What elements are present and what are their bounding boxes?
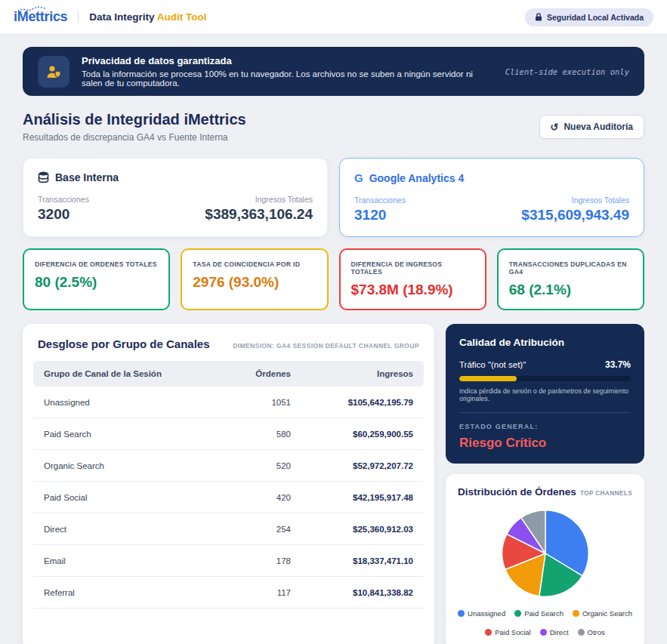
transactions-label: Transacciones	[354, 196, 406, 205]
legend-dot	[578, 629, 585, 636]
internal-source-name: Base Interna	[55, 171, 119, 183]
pie-title: Distribución de Órdenes	[458, 486, 576, 498]
cell-channel: Paid Search	[33, 418, 220, 450]
ga4-source-name: Google Analytics 4	[369, 172, 465, 184]
orders-distribution-card: Distribución de Órdenes TOP CHANNELS Una…	[446, 474, 644, 644]
legend-label: Otros	[588, 628, 605, 636]
table-row: Referral117$10,841,338.82	[33, 577, 424, 609]
pie-chart-wrap	[458, 507, 632, 600]
legend-item: Unassigned	[458, 609, 505, 618]
pie-legend: UnassignedPaid SearchOrganic SearchPaid …	[458, 609, 632, 636]
internal-revenue: Ingresos Totales $389,363,106.24	[205, 195, 313, 223]
internal-metrics: Transacciones 3200 Ingresos Totales $389…	[38, 195, 313, 223]
table-row: Paid Social420$42,195,917.48	[33, 482, 424, 513]
kpi-revenue-difference: DIFERENCIA DE INGRESOS TOTALES $73.8M (1…	[339, 248, 486, 310]
user-shield-icon	[45, 63, 63, 81]
kpi-value: 80 (2.5%)	[35, 274, 158, 291]
legend-dot	[485, 629, 492, 636]
cell-channel: Organic Search	[33, 450, 220, 482]
privacy-icon-tile	[38, 56, 69, 88]
legend-label: Direct	[550, 628, 569, 636]
notset-label: Tráfico "(not set)"	[459, 360, 526, 369]
pie-header: Distribución de Órdenes TOP CHANNELS	[458, 486, 632, 498]
notset-metric-row: Tráfico "(not set)" 33.7%	[459, 359, 631, 370]
revenue-label: Ingresos Totales	[205, 195, 313, 204]
notset-value: 33.7%	[605, 359, 631, 370]
app-title: Data Integrity Audit Tool	[78, 11, 206, 23]
privacy-description: Toda la información se procesa 100% en t…	[82, 69, 483, 88]
legend-label: Organic Search	[582, 609, 632, 618]
header-row: Grupo de Canal de la Sesión Órdenes Ingr…	[33, 361, 424, 387]
privacy-text: Privacidad de datos garantizada Toda la …	[82, 55, 483, 88]
privacy-title: Privacidad de datos garantizada	[82, 55, 483, 66]
cell-revenue: $42,195,917.48	[301, 482, 424, 513]
kpi-duplicated-transactions: TRANSACCIONES DUPLICADAS EN GA4 68 (2.1%…	[497, 248, 644, 310]
cell-channel: Unassigned	[33, 387, 220, 418]
kpi-cards: DIFERENCIA DE ORDENES TOTALES 80 (2.5%) …	[23, 248, 644, 310]
cell-orders: 520	[220, 450, 301, 482]
app-title-accent: Audit Tool	[157, 11, 207, 23]
kpi-label: DIFERENCIA DE ORDENES TOTALES	[35, 260, 158, 268]
page-title-row: Análisis de Integridad iMettrics Resulta…	[23, 111, 644, 143]
table-row: Unassigned1051$105,642,195.79	[33, 387, 424, 418]
kpi-value: 68 (2.1%)	[509, 282, 632, 298]
channel-table-head: Grupo de Canal de la Sesión Órdenes Ingr…	[33, 361, 424, 387]
imettrics-logo: iMettrics	[14, 9, 67, 25]
cell-orders: 117	[220, 577, 301, 609]
transactions-label: Transacciones	[38, 195, 89, 204]
cell-channel: Referral	[33, 577, 220, 609]
kpi-value: $73.8M (18.9%)	[351, 282, 474, 298]
internal-source-card: Base Interna Transacciones 3200 Ingresos…	[23, 158, 328, 237]
cell-revenue: $52,972,207.72	[301, 450, 424, 482]
cell-orders: 254	[220, 513, 301, 545]
ga4-revenue: Ingresos Totales $315,609,943.49	[521, 196, 629, 223]
app-title-primary: Data Integrity	[89, 11, 154, 23]
cell-orders: 178	[220, 545, 301, 577]
notset-progress-track	[459, 376, 631, 381]
legend-dot	[514, 610, 521, 617]
ga4-source-header: G Google Analytics 4	[354, 171, 629, 184]
transactions-value: 3120	[354, 207, 406, 223]
table-row: Organic Search520$52,972,207.72	[33, 450, 424, 482]
table-row: Direct254$25,360,912.03	[33, 513, 424, 545]
kpi-id-match-rate: TASA DE COINCIDENCIA POR ID 2976 (93.0%)	[181, 248, 328, 310]
kpi-orders-difference: DIFERENCIA DE ORDENES TOTALES 80 (2.5%)	[23, 248, 170, 310]
database-icon	[38, 171, 49, 183]
source-cards: Base Interna Transacciones 3200 Ingresos…	[23, 158, 644, 237]
cell-revenue: $60,259,900.55	[301, 418, 424, 450]
reload-icon: ↺	[551, 122, 559, 132]
legend-dot	[540, 629, 547, 636]
new-audit-button[interactable]: ↺ Nueva Auditoría	[539, 115, 644, 139]
channel-breakdown-card: Desglose por Grupo de Canales DIMENSION:…	[23, 324, 434, 644]
overall-status-label: ESTADO GENERAL:	[459, 423, 631, 430]
cell-channel: Direct	[33, 513, 220, 545]
cell-revenue: $10,841,338.82	[301, 577, 424, 609]
col-channel: Grupo de Canal de la Sesión	[33, 361, 220, 387]
table-title: Desglose por Grupo de Canales	[38, 337, 210, 350]
cell-orders: 1051	[220, 387, 301, 418]
ga4-transactions: Transacciones 3120	[354, 196, 406, 223]
ga4-source-card: G Google Analytics 4 Transacciones 3120 …	[339, 158, 644, 237]
cell-revenue: $18,337,471.10	[301, 545, 424, 577]
cell-channel: Email	[33, 545, 220, 577]
notset-progress-fill	[459, 376, 517, 381]
overall-status-value: Riesgo Crítico	[459, 436, 631, 451]
revenue-value: $389,363,106.24	[205, 206, 313, 223]
attribution-title: Calidad de Atribución	[459, 337, 631, 348]
ga4-metrics: Transacciones 3120 Ingresos Totales $315…	[354, 196, 629, 223]
legend-item: Organic Search	[573, 609, 632, 618]
kpi-label: TASA DE COINCIDENCIA POR ID	[193, 260, 316, 268]
client-side-note: Client-side execution only	[495, 67, 629, 76]
col-orders: Órdenes	[220, 361, 301, 387]
right-column: Calidad de Atribución Tráfico "(not set)…	[446, 324, 644, 644]
security-badge-label: Seguridad Local Activada	[547, 13, 644, 22]
legend-item: Otros	[578, 628, 605, 636]
kpi-label: DIFERENCIA DE INGRESOS TOTALES	[351, 260, 474, 276]
table-row: Paid Search580$60,259,900.55	[33, 418, 424, 450]
legend-dot	[458, 610, 465, 617]
internal-source-header: Base Interna	[38, 171, 313, 183]
revenue-label: Ingresos Totales	[521, 196, 629, 205]
security-badge: Seguridad Local Activada	[525, 8, 653, 26]
page-heading: Análisis de Integridad iMettrics Resulta…	[23, 111, 246, 143]
kpi-value: 2976 (93.0%)	[193, 274, 316, 291]
